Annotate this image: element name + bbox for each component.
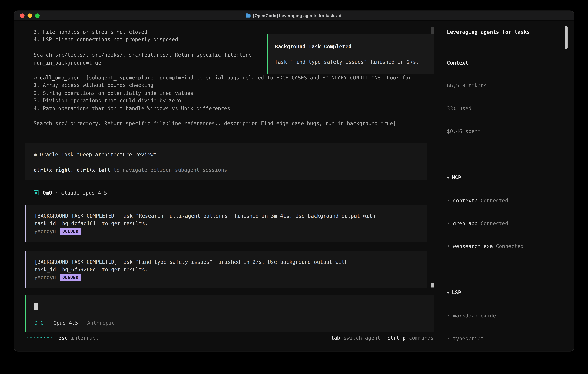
context-used: 33% used bbox=[447, 104, 566, 112]
message-text: [BACKGROUND TASK COMPLETED] Task "Find t… bbox=[34, 258, 419, 273]
window-title-text: [OpenCode] Leveraging agents for tasks bbox=[253, 13, 337, 18]
toast-body: Task "Find type safety issues" finished … bbox=[275, 58, 427, 66]
bullet-icon: • bbox=[447, 197, 450, 203]
esc-key-action: interrupt bbox=[71, 335, 99, 341]
window-content: 3. File handles or streams not closed 4.… bbox=[14, 21, 574, 352]
lsp-item: •markdown-oxide bbox=[447, 312, 566, 320]
scrollbar-thumb[interactable] bbox=[431, 283, 434, 288]
oracle-task-panel[interactable]: ◉ Oracle Task "Deep architecture review"… bbox=[25, 143, 427, 180]
window-title: [OpenCode] Leveraging agents for tasks ◐ bbox=[14, 11, 574, 20]
mcp-item: •websearch_exaConnected bbox=[447, 242, 566, 250]
context-tokens: 66,518 tokens bbox=[447, 82, 566, 89]
agent-header: OmO · claude-opus-4-5 bbox=[33, 188, 107, 197]
agent-separator: · bbox=[55, 190, 58, 196]
text-cursor bbox=[34, 303, 38, 310]
mcp-item: •context7Connected bbox=[447, 197, 566, 204]
active-agent-label: OmO bbox=[34, 320, 44, 325]
prompt-input[interactable]: OmO Opus 4.5 Anthropic bbox=[25, 295, 434, 332]
omo-agent-icon-inner bbox=[35, 192, 37, 194]
omo-agent-icon bbox=[33, 190, 39, 195]
sidebar-content: Leveraging agents for tasks Context 66,5… bbox=[447, 28, 566, 352]
mcp-item: •grep_appConnected bbox=[447, 220, 566, 227]
queued-badge: QUEUED bbox=[60, 274, 81, 280]
status-right: tab switch agent ctrl+p commands bbox=[331, 335, 434, 341]
message-author: yeongyu bbox=[34, 274, 56, 280]
queued-badge: QUEUED bbox=[60, 228, 81, 234]
message-author: yeongyu bbox=[34, 228, 56, 234]
oracle-hint-keys: ctrl+x right, ctrl+x left bbox=[33, 167, 110, 173]
opencode-window: [OpenCode] Leveraging agents for tasks ◐… bbox=[14, 10, 574, 352]
moon-icon: ◐ bbox=[339, 13, 342, 18]
toast-title: Background Task Completed bbox=[275, 43, 427, 50]
message-text: [BACKGROUND TASK COMPLETED] Task "Resear… bbox=[34, 212, 419, 228]
ctrlp-key-action: commands bbox=[409, 335, 434, 341]
context-spent: $0.46 spent bbox=[447, 128, 566, 135]
lsp-section-header[interactable]: ▼LSP bbox=[447, 289, 566, 296]
bullet-icon: • bbox=[447, 220, 450, 226]
bullet-icon: • bbox=[447, 335, 450, 342]
bullet-icon: • bbox=[447, 243, 450, 249]
message-meta: yeongyu QUEUED bbox=[34, 273, 419, 281]
model-provider-label: Anthropic bbox=[87, 320, 115, 325]
oracle-navigation-hint: ctrl+x right, ctrl+x left to navigate be… bbox=[33, 166, 419, 174]
tab-key-hint: tab bbox=[331, 335, 340, 341]
titlebar[interactable]: [OpenCode] Leveraging agents for tasks ◐ bbox=[14, 11, 574, 21]
tool-call-args: [subagent_type=explore, prompt=Find pote… bbox=[33, 75, 411, 126]
status-bar: esc interrupt tab switch agent ctrl+p co… bbox=[27, 334, 434, 342]
screen: [OpenCode] Leveraging agents for tasks ◐… bbox=[0, 0, 588, 374]
context-heading: Context bbox=[447, 59, 566, 66]
sidebar-scrollbar-thumb[interactable] bbox=[565, 26, 567, 49]
oracle-hint-text: to navigate between subagent sessions bbox=[110, 167, 227, 173]
status-left: esc interrupt bbox=[27, 335, 99, 341]
bullet-icon: • bbox=[447, 312, 450, 319]
scrollbar-thumb[interactable] bbox=[431, 27, 434, 34]
esc-key-hint: esc bbox=[58, 335, 68, 341]
spinner-icon bbox=[27, 337, 52, 338]
lsp-item: •typescript bbox=[447, 335, 566, 342]
oracle-icon: ◉ bbox=[33, 151, 37, 157]
background-task-toast: Background Task Completed Task "Find typ… bbox=[267, 34, 434, 74]
agent-name: OmO bbox=[43, 190, 52, 196]
background-task-message: [BACKGROUND TASK COMPLETED] Task "Find t… bbox=[25, 251, 427, 288]
collapse-triangle-icon: ▼ bbox=[447, 175, 449, 180]
lsp-section: ▼LSP •markdown-oxide •typescript •eslint bbox=[447, 273, 566, 352]
model-selector-row[interactable]: OmO Opus 4.5 Anthropic bbox=[34, 319, 115, 326]
tab-key-action: switch agent bbox=[344, 335, 380, 341]
collapse-triangle-icon: ▼ bbox=[447, 291, 449, 295]
ctrlp-key-hint: ctrl+p bbox=[387, 335, 406, 341]
tool-call-output: ⚙ call_omo_agent [subagent_type=explore,… bbox=[33, 74, 435, 127]
message-meta: yeongyu QUEUED bbox=[34, 227, 419, 235]
session-title: Leveraging agents for tasks bbox=[447, 28, 566, 36]
context-section: Context 66,518 tokens 33% used $0.46 spe… bbox=[447, 43, 566, 150]
background-task-message: [BACKGROUND TASK COMPLETED] Task "Resear… bbox=[25, 205, 427, 242]
mcp-section: ▼MCP •context7Connected •grep_appConnect… bbox=[447, 158, 566, 266]
terminal-pane[interactable]: 3. File handles or streams not closed 4.… bbox=[14, 21, 441, 352]
agent-model: claude-opus-4-5 bbox=[61, 190, 107, 196]
active-model-label: Opus 4.5 bbox=[53, 320, 78, 325]
oracle-task-title: ◉ Oracle Task "Deep architecture review" bbox=[33, 151, 419, 158]
tool-call-name: call_omo_agent bbox=[37, 75, 83, 81]
gear-icon: ⚙ bbox=[33, 75, 37, 81]
sidebar: Leveraging agents for tasks Context 66,5… bbox=[441, 21, 574, 352]
mcp-section-header[interactable]: ▼MCP bbox=[447, 173, 566, 181]
terminal-app-icon bbox=[246, 14, 251, 18]
